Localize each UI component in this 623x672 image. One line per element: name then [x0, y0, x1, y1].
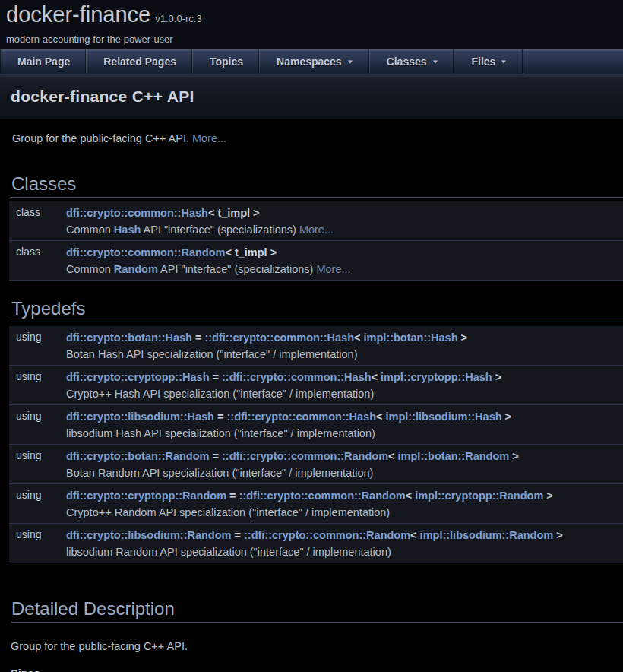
- member-description: Crypto++ Random API specialization ("int…: [66, 504, 623, 521]
- page-header: docker-finance C++ API: [0, 74, 623, 119]
- member-link[interactable]: ::dfi::crypto::common::Hash: [204, 331, 354, 344]
- member-kind: using: [9, 448, 66, 481]
- more-link[interactable]: More...: [299, 223, 334, 236]
- member-row: classdfi::crypto::common::Random< t_impl…: [9, 241, 623, 281]
- nav-tab-label: Namespaces: [277, 55, 342, 68]
- member-link[interactable]: ::dfi::crypto::common::Random: [244, 529, 410, 541]
- member-title-text: < t_impl >: [208, 207, 260, 219]
- member-title-text: <: [406, 490, 416, 502]
- member-title-text: <: [410, 529, 420, 541]
- member-description: Common Hash API "interface" (specializat…: [66, 221, 623, 238]
- member-description: Crypto++ Hash API specialization ("inter…: [66, 385, 623, 402]
- member-desc-text: libsodium Random API specialization ("in…: [66, 546, 391, 558]
- member-link[interactable]: ::dfi::crypto::common::Random: [239, 490, 406, 502]
- nav-tab-namespaces[interactable]: Namespaces▼: [260, 49, 370, 74]
- nav-tab-label: Related Pages: [103, 55, 176, 68]
- member-link[interactable]: impl::libsodium::Random: [420, 529, 554, 541]
- member-title-text: <: [376, 410, 386, 423]
- member-row: classdfi::crypto::common::Hash< t_impl >…: [9, 201, 623, 241]
- member-description: libsodium Random API specialization ("in…: [66, 544, 623, 560]
- member-content: dfi::crypto::cryptopp::Hash = ::dfi::cry…: [66, 369, 623, 402]
- member-desc-text: libsodium Hash API specialization ("inte…: [66, 427, 375, 439]
- member-kind: class: [9, 244, 66, 277]
- member-description: Common Random API "interface" (specializ…: [66, 261, 623, 277]
- member-description: libsodium Hash API specialization ("inte…: [66, 425, 623, 442]
- member-description: Botan Hash API specialization ("interfac…: [66, 346, 623, 363]
- member-link[interactable]: ::dfi::crypto::common::Hash: [226, 410, 376, 423]
- member-title-text: >: [492, 371, 502, 383]
- member-content: dfi::crypto::common::Hash< t_impl >Commo…: [66, 204, 623, 238]
- member-link[interactable]: impl::botan::Hash: [364, 331, 458, 344]
- intro-text: Group for the public-facing C++ API.: [12, 132, 189, 144]
- detailed-description-text: Group for the public-facing C++ API.: [11, 640, 623, 652]
- member-link[interactable]: ::dfi::crypto::common::Random: [222, 450, 388, 462]
- member-kind: using: [9, 329, 66, 363]
- more-link[interactable]: More...: [316, 263, 350, 275]
- member-link[interactable]: Hash: [114, 223, 141, 236]
- member-title-text: =: [210, 371, 223, 383]
- member-link[interactable]: ::dfi::crypto::common::Hash: [222, 371, 372, 383]
- member-row: usingdfi::crypto::libsodium::Random = ::…: [9, 524, 623, 563]
- member-link[interactable]: dfi::crypto::cryptopp::Hash: [66, 371, 210, 383]
- member-link[interactable]: dfi::crypto::botan::Random: [66, 450, 209, 462]
- member-link[interactable]: dfi::crypto::cryptopp::Random: [66, 490, 226, 502]
- member-title-text: >: [553, 529, 563, 541]
- nav-tab-classes[interactable]: Classes▼: [370, 49, 455, 74]
- chevron-down-icon: ▼: [431, 59, 438, 65]
- member-content: dfi::crypto::botan::Random = ::dfi::cryp…: [66, 448, 623, 481]
- member-link[interactable]: dfi::crypto::common::Hash: [66, 207, 208, 219]
- member-title-text: =: [214, 410, 227, 423]
- member-desc-text: API "interface" (specializations): [158, 263, 317, 275]
- member-title: dfi::crypto::common::Hash< t_impl >: [66, 204, 623, 221]
- member-kind: class: [9, 204, 66, 238]
- typedefs-table: usingdfi::crypto::botan::Hash = ::dfi::c…: [9, 326, 623, 563]
- member-kind: using: [9, 487, 66, 521]
- project-name-text: docker-finance: [6, 2, 150, 27]
- member-title: dfi::crypto::common::Random< t_impl >: [66, 244, 623, 261]
- member-title-text: >: [509, 450, 519, 462]
- member-link[interactable]: impl::botan::Random: [398, 450, 510, 462]
- nav-tab-related-pages[interactable]: Related Pages: [87, 49, 193, 74]
- member-title-text: >: [458, 331, 468, 344]
- member-title: dfi::crypto::libsodium::Random = ::dfi::…: [66, 527, 623, 544]
- nav-tab-label: Topics: [210, 55, 243, 68]
- member-link[interactable]: impl::cryptopp::Hash: [381, 371, 492, 383]
- main-nav: Main PageRelated PagesTopicsNamespaces▼C…: [0, 49, 623, 74]
- member-title-text: =: [231, 529, 244, 541]
- nav-tab-topics[interactable]: Topics: [193, 49, 260, 74]
- member-link[interactable]: Random: [114, 263, 158, 275]
- member-content: dfi::crypto::libsodium::Random = ::dfi::…: [66, 527, 623, 560]
- member-row: usingdfi::crypto::botan::Random = ::dfi:…: [9, 445, 623, 484]
- member-title: dfi::crypto::libsodium::Hash = ::dfi::cr…: [66, 408, 623, 425]
- chevron-down-icon: ▼: [346, 59, 353, 65]
- member-row: usingdfi::crypto::cryptopp::Hash = ::dfi…: [9, 366, 623, 405]
- member-title-text: >: [502, 410, 512, 423]
- classes-table: classdfi::crypto::common::Hash< t_impl >…: [9, 201, 623, 281]
- since-label: Since: [11, 667, 623, 672]
- member-link[interactable]: dfi::crypto::libsodium::Random: [66, 529, 231, 541]
- member-desc-text: Common: [66, 223, 114, 236]
- member-desc-text: Botan Hash API specialization ("interfac…: [66, 348, 357, 360]
- classes-heading: Classes: [11, 173, 623, 198]
- member-link[interactable]: impl::cryptopp::Random: [415, 490, 543, 502]
- member-kind: using: [9, 369, 66, 402]
- member-row: usingdfi::crypto::botan::Hash = ::dfi::c…: [9, 326, 623, 366]
- member-content: dfi::crypto::botan::Hash = ::dfi::crypto…: [66, 329, 623, 363]
- member-title-text: =: [226, 490, 239, 502]
- member-link[interactable]: dfi::crypto::libsodium::Hash: [66, 410, 214, 423]
- contents: Group for the public-facing C++ API. Mor…: [0, 132, 623, 672]
- project-brief: modern accounting for the power-user: [6, 33, 623, 45]
- member-title: dfi::crypto::botan::Hash = ::dfi::crypto…: [66, 329, 623, 346]
- member-desc-text: Common: [66, 263, 114, 275]
- member-title: dfi::crypto::botan::Random = ::dfi::cryp…: [66, 448, 623, 464]
- nav-tab-main-page[interactable]: Main Page: [0, 49, 87, 74]
- member-title-text: < t_impl >: [225, 246, 277, 258]
- nav-tab-label: Main Page: [17, 55, 70, 68]
- member-link[interactable]: dfi::crypto::common::Random: [66, 246, 225, 258]
- member-link[interactable]: dfi::crypto::botan::Hash: [66, 331, 192, 344]
- nav-tab-files[interactable]: Files▼: [454, 49, 523, 74]
- more-link[interactable]: More...: [192, 132, 226, 144]
- member-title: dfi::crypto::cryptopp::Hash = ::dfi::cry…: [66, 369, 623, 385]
- member-title-text: <: [388, 450, 398, 462]
- member-link[interactable]: impl::libsodium::Hash: [386, 410, 502, 423]
